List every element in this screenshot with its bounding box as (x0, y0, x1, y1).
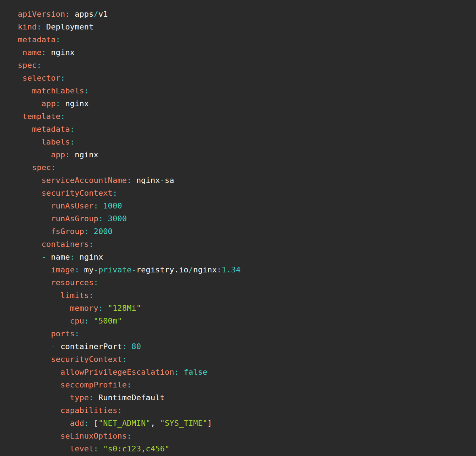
code-token-key: image (51, 265, 75, 274)
code-token-plain: nginx (75, 253, 103, 261)
code-token-plain: ] (207, 419, 212, 428)
code-token-key: apiVersion (18, 10, 65, 18)
code-token-key: metadata (18, 35, 56, 44)
code-token-plain (18, 214, 51, 223)
code-token-str: "NET_ADMIN" (98, 419, 151, 428)
code-token-key: memory (70, 304, 98, 313)
code-line: add: ["NET_ADMIN", "SYS_TIME"] (18, 417, 470, 430)
code-token-plain (18, 368, 60, 376)
code-token-key: metadata (32, 125, 70, 134)
code-token-teal: : (65, 150, 70, 159)
code-token-teal: : (94, 201, 98, 210)
code-line: seccompProfile: (18, 379, 470, 391)
code-token-key: type (70, 393, 89, 402)
code-line: containers: (18, 238, 470, 251)
code-token-plain: , (151, 419, 160, 428)
code-line: memory: "128Mi" (18, 302, 470, 315)
code-token-plain (89, 227, 93, 236)
code-token-key: matchLabels (32, 86, 84, 95)
code-token-key: kind (18, 22, 37, 31)
code-token-plain (18, 253, 42, 261)
code-token-key: fsGroup (51, 227, 84, 236)
code-line: apiVersion: apps/v1 (18, 8, 470, 21)
code-token-plain: nginx (193, 265, 217, 274)
code-line: kind: Deployment (18, 21, 470, 33)
code-token-teal: -private- (94, 265, 136, 274)
code-token-teal: : (60, 74, 65, 82)
code-token-plain (18, 176, 42, 185)
code-token-teal: : (70, 137, 75, 146)
code-token-plain: RuntimeDefault (94, 393, 165, 402)
code-token-teal: 80 (131, 342, 141, 351)
code-token-plain (18, 291, 60, 300)
code-token-plain (18, 380, 60, 389)
code-token-plain (18, 112, 22, 121)
code-token-key: allowPrivilegeEscalation (60, 368, 174, 376)
code-line: type: RuntimeDefault (18, 391, 470, 404)
code-line: resources: (18, 276, 470, 289)
code-token-key: name (22, 48, 41, 57)
code-line: template: (18, 110, 470, 123)
code-token-teal: : (42, 48, 46, 57)
code-token-str: "s0:c123,c456" (103, 444, 169, 453)
code-token-plain: nginx (70, 150, 98, 159)
code-line: runAsUser: 1000 (18, 200, 470, 212)
code-token-key: seLinuxOptions (60, 431, 127, 440)
code-line: serviceAccountName: nginx-sa (18, 174, 470, 187)
code-token-plain (18, 419, 70, 428)
editor-window: { "editor": { "background": "#2b2a2a", "… (0, 0, 476, 456)
code-line: matchLabels: (18, 85, 470, 97)
yaml-editor[interactable]: apiVersion: apps/v1kind: Deploymentmetad… (0, 0, 476, 456)
code-token-teal: : (122, 355, 127, 364)
code-line: spec: (18, 161, 470, 174)
code-token-key: ports (51, 329, 75, 338)
code-token-teal: - (51, 342, 55, 351)
code-line: image: my-private-registry.io/nginx:1.34 (18, 264, 470, 276)
code-token-teal: : (89, 240, 93, 249)
code-token-key: selector (22, 74, 60, 82)
code-line: labels: (18, 136, 470, 148)
code-token-teal: - (160, 176, 164, 185)
code-line: metadata: (18, 33, 470, 46)
code-token-plain (18, 227, 51, 236)
code-line: fsGroup: 2000 (18, 225, 470, 238)
code-token-str: "128Mi" (108, 304, 141, 313)
code-token-plain (103, 214, 108, 223)
code-token-teal: : (65, 10, 70, 18)
code-token-teal: : (56, 99, 60, 108)
code-line: securityContext: (18, 187, 470, 200)
code-token-plain (18, 48, 22, 57)
code-line: allowPrivilegeEscalation: false (18, 366, 470, 379)
code-token-key: spec (32, 163, 51, 172)
code-line: metadata: (18, 123, 470, 136)
code-token-key: app (51, 150, 65, 159)
code-token-plain (89, 316, 93, 325)
code-token-teal: : (75, 265, 79, 274)
code-token-teal: : (94, 278, 98, 287)
code-token-teal: : (37, 22, 41, 31)
code-token-teal: false (184, 368, 207, 376)
code-token-plain (18, 444, 70, 453)
code-token-plain (179, 368, 184, 376)
code-token-teal: : (84, 316, 89, 325)
code-token-plain (18, 86, 32, 95)
code-token-plain (18, 201, 51, 210)
code-token-plain: [ (89, 419, 98, 428)
code-token-plain: Deployment (42, 22, 94, 31)
code-token-plain: nginx (60, 99, 89, 108)
code-token-teal: : (84, 419, 89, 428)
code-token-str: "SYS_TIME" (160, 419, 207, 428)
code-token-teal: : (75, 329, 79, 338)
code-token-key: spec (18, 61, 37, 70)
code-token-plain: containerPort (56, 342, 122, 351)
code-token-key: labels (42, 137, 70, 146)
code-token-teal: 2000 (94, 227, 113, 236)
code-token-plain (18, 304, 70, 313)
code-token-plain (18, 342, 51, 351)
code-token-teal: : (89, 393, 93, 402)
code-token-plain (98, 444, 103, 453)
code-token-plain: name (46, 253, 70, 261)
code-token-plain (18, 329, 51, 338)
code-line: name: nginx (18, 46, 470, 59)
code-token-teal: : (98, 214, 103, 223)
